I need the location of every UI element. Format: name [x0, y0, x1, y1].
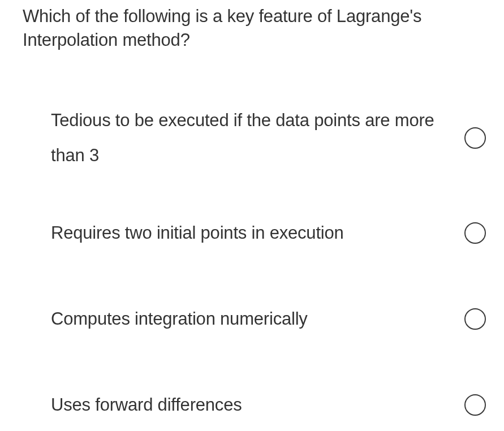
radio-wrapper	[464, 127, 487, 149]
option-label: Requires two initial points in execution	[51, 215, 344, 251]
radio-circle-icon[interactable]	[464, 308, 486, 330]
option-row[interactable]: Requires two initial points in execution	[51, 215, 487, 251]
option-row[interactable]: Uses forward differences	[51, 387, 487, 423]
option-row[interactable]: Computes integration numerically	[51, 301, 487, 337]
radio-wrapper	[464, 394, 487, 416]
radio-circle-icon[interactable]	[464, 222, 486, 244]
option-label: Computes integration numerically	[51, 301, 308, 337]
radio-wrapper	[464, 222, 487, 244]
radio-circle-icon[interactable]	[464, 127, 486, 149]
question-container: Which of the following is a key feature …	[0, 0, 504, 52]
question-text: Which of the following is a key feature …	[23, 5, 481, 52]
radio-circle-icon[interactable]	[464, 394, 486, 416]
option-label: Uses forward differences	[51, 387, 242, 423]
option-row[interactable]: Tedious to be executed if the data point…	[51, 103, 487, 173]
options-list: Tedious to be executed if the data point…	[0, 52, 504, 423]
radio-wrapper	[464, 308, 487, 330]
option-label: Tedious to be executed if the data point…	[51, 103, 441, 173]
